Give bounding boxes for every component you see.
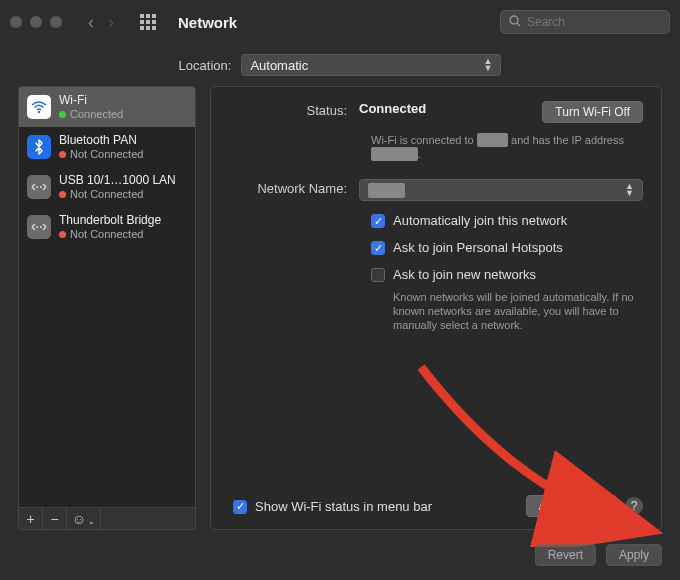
- window-title: Network: [178, 14, 237, 31]
- sidebar-item-thunderbolt[interactable]: Thunderbolt Bridge Not Connected: [19, 207, 195, 247]
- svg-point-6: [40, 226, 42, 228]
- bluetooth-icon: [27, 135, 51, 159]
- detail-panel: Status: Connected Turn Wi-Fi Off Wi-Fi i…: [210, 86, 662, 530]
- annotation-arrow: [401, 357, 680, 547]
- location-label: Location:: [179, 58, 232, 73]
- ethernet-icon: [27, 175, 51, 199]
- svg-point-5: [36, 226, 38, 228]
- thunderbolt-icon: [27, 215, 51, 239]
- sidebar-item-status: Not Connected: [59, 187, 176, 201]
- sidebar-item-label: USB 10/1…1000 LAN: [59, 173, 176, 187]
- sidebar-item-status: Not Connected: [59, 147, 143, 161]
- auto-join-checkbox[interactable]: ✓: [371, 214, 385, 228]
- search-input[interactable]: [527, 15, 677, 29]
- sidebar-item-label: Wi-Fi: [59, 93, 123, 107]
- service-menu-button[interactable]: ☺︎⌄: [67, 508, 101, 529]
- wifi-icon: [27, 95, 51, 119]
- status-value: Connected: [359, 101, 426, 116]
- sidebar: Wi-Fi Connected Bluetooth PAN Not Connec…: [18, 86, 196, 530]
- remove-service-button[interactable]: −: [43, 508, 67, 529]
- sidebar-item-label: Thunderbolt Bridge: [59, 213, 161, 227]
- svg-point-3: [36, 186, 38, 188]
- sidebar-item-wifi[interactable]: Wi-Fi Connected: [19, 87, 195, 127]
- ask-new-label: Ask to join new networks: [393, 267, 536, 282]
- bottom-buttons: Revert Apply: [0, 536, 680, 580]
- revert-button[interactable]: Revert: [535, 544, 596, 566]
- show-menu-checkbox[interactable]: ✓: [233, 500, 247, 514]
- chevron-down-icon: ⌄: [88, 517, 95, 526]
- location-row: Location: Automatic ▲▼: [0, 44, 680, 86]
- sidebar-item-label: Bluetooth PAN: [59, 133, 143, 147]
- chevron-updown-icon: ▲▼: [625, 183, 634, 197]
- search-field[interactable]: [500, 10, 670, 34]
- status-label: Status:: [229, 101, 359, 123]
- chevron-updown-icon: ▲▼: [483, 58, 492, 72]
- search-icon: [509, 15, 521, 30]
- sidebar-footer: + − ☺︎⌄: [18, 508, 196, 530]
- sidebar-item-usb-lan[interactable]: USB 10/1…1000 LAN Not Connected: [19, 167, 195, 207]
- location-select[interactable]: Automatic ▲▼: [241, 54, 501, 76]
- titlebar: ‹ › Network: [0, 0, 680, 44]
- ask-hotspot-checkbox[interactable]: ✓: [371, 241, 385, 255]
- minimize-icon[interactable]: [30, 16, 42, 28]
- advanced-button[interactable]: Advanced…: [526, 495, 617, 517]
- sidebar-item-status: Not Connected: [59, 227, 161, 241]
- sidebar-item-bluetooth[interactable]: Bluetooth PAN Not Connected: [19, 127, 195, 167]
- turn-wifi-off-button[interactable]: Turn Wi-Fi Off: [542, 101, 643, 123]
- svg-point-4: [40, 186, 42, 188]
- ask-new-help: Known networks will be joined automatica…: [393, 290, 643, 332]
- forward-button[interactable]: ›: [108, 12, 114, 33]
- ask-new-checkbox[interactable]: [371, 268, 385, 282]
- back-button[interactable]: ‹: [88, 12, 94, 33]
- show-all-icon[interactable]: [140, 14, 156, 30]
- svg-line-1: [517, 23, 520, 26]
- svg-point-2: [38, 111, 40, 113]
- svg-point-0: [510, 16, 518, 24]
- show-menu-label: Show Wi-Fi status in menu bar: [255, 499, 432, 514]
- close-icon[interactable]: [10, 16, 22, 28]
- network-name-select[interactable]: ████ ▲▼: [359, 179, 643, 201]
- help-button[interactable]: ?: [625, 497, 643, 515]
- content: Wi-Fi Connected Bluetooth PAN Not Connec…: [0, 86, 680, 536]
- traffic-lights: [10, 16, 62, 28]
- network-prefs-window: ‹ › Network Location: Automatic ▲▼: [0, 0, 680, 580]
- location-value: Automatic: [250, 58, 308, 73]
- add-service-button[interactable]: +: [19, 508, 43, 529]
- network-name-label: Network Name:: [229, 179, 359, 201]
- network-name-value: ████: [368, 183, 405, 198]
- service-list: Wi-Fi Connected Bluetooth PAN Not Connec…: [18, 86, 196, 508]
- apply-button[interactable]: Apply: [606, 544, 662, 566]
- zoom-icon[interactable]: [50, 16, 62, 28]
- auto-join-label: Automatically join this network: [393, 213, 567, 228]
- sidebar-item-status: Connected: [59, 107, 123, 121]
- status-hint: Wi-Fi is connected to ████ and has the I…: [371, 133, 643, 161]
- ask-hotspot-label: Ask to join Personal Hotspots: [393, 240, 563, 255]
- nav-arrows: ‹ ›: [88, 12, 114, 33]
